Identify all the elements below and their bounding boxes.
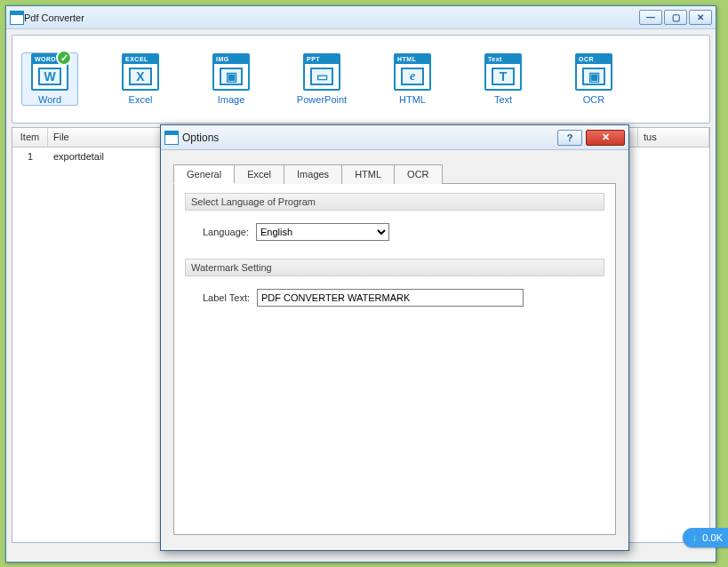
tab-panel-general: Select Language of Program Language: Eng… (173, 183, 616, 535)
format-powerpoint[interactable]: PPT▭ PowerPoint (293, 53, 350, 105)
tab-excel[interactable]: Excel (234, 164, 284, 184)
tab-images[interactable]: Images (284, 164, 342, 184)
dialog-app-icon (164, 131, 179, 145)
format-html[interactable]: HTMLe HTML (384, 53, 441, 105)
format-toolbar: WORD W ✓ Word EXCELX Excel IMG▣ Image PP… (12, 35, 710, 124)
format-ocr[interactable]: OCR▣ OCR (565, 53, 622, 105)
format-excel[interactable]: EXCELX Excel (112, 53, 169, 105)
titlebar: Pdf Converter — ▢ ✕ (6, 6, 716, 29)
dialog-close-button[interactable]: ✕ (586, 130, 625, 146)
tab-ocr[interactable]: OCR (394, 164, 442, 184)
html-icon: e (401, 68, 424, 85)
format-image[interactable]: IMG▣ Image (203, 53, 260, 105)
format-text[interactable]: TextT Text (475, 53, 532, 105)
section-watermark-header: Watermark Setting (185, 259, 604, 276)
powerpoint-icon: ▭ (310, 68, 333, 85)
image-icon: ▣ (220, 68, 243, 85)
excel-icon: X (129, 68, 152, 85)
watermark-label: Label Text: (203, 292, 250, 303)
col-item[interactable]: Item (12, 128, 48, 147)
tab-html[interactable]: HTML (341, 164, 395, 184)
language-select[interactable]: English (256, 223, 389, 241)
check-icon: ✓ (56, 50, 72, 66)
watermark-input[interactable] (257, 289, 524, 307)
arrow-down-icon: ↓ (692, 531, 697, 544)
ocr-icon: ▣ (582, 68, 605, 85)
format-word[interactable]: WORD W ✓ Word (21, 52, 78, 106)
close-button[interactable]: ✕ (689, 10, 712, 25)
options-dialog: Options ? ✕ General Excel Images HTML OC… (160, 124, 629, 551)
col-status[interactable]: tus (638, 128, 709, 147)
language-label: Language: (203, 227, 249, 237)
word-icon: W (38, 68, 61, 85)
section-language-header: Select Language of Program (185, 193, 604, 211)
dialog-title: Options (182, 132, 557, 144)
help-button[interactable]: ? (557, 130, 582, 146)
maximize-button[interactable]: ▢ (664, 10, 687, 25)
options-tabs: General Excel Images HTML OCR (173, 164, 616, 184)
window-title: Pdf Converter (24, 12, 639, 23)
text-icon: T (492, 68, 515, 85)
tab-general[interactable]: General (173, 164, 235, 184)
status-badge[interactable]: ↓ 0.0K (683, 528, 728, 547)
minimize-button[interactable]: — (639, 10, 662, 25)
badge-text: 0.0K (702, 532, 723, 543)
dialog-titlebar: Options ? ✕ (161, 125, 628, 150)
app-icon (10, 11, 24, 25)
